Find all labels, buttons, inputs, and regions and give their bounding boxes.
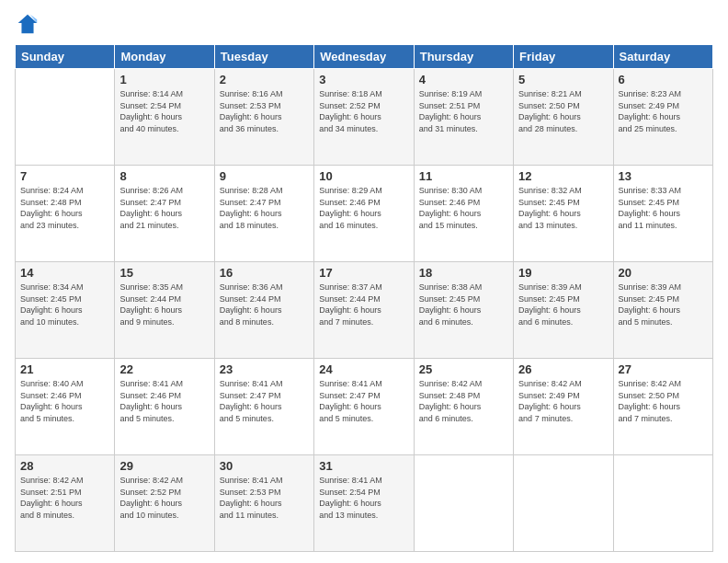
day-number: 24 (319, 362, 408, 376)
day-number: 8 (119, 169, 209, 183)
day-info: Sunrise: 8:41 AM Sunset: 2:54 PM Dayligh… (319, 475, 408, 521)
calendar-cell: 10Sunrise: 8:29 AM Sunset: 2:46 PM Dayli… (314, 166, 414, 262)
calendar-cell: 23Sunrise: 8:41 AM Sunset: 2:47 PM Dayli… (214, 359, 313, 455)
day-number: 19 (518, 266, 608, 280)
logo (15, 11, 44, 37)
day-number: 12 (518, 169, 608, 183)
day-number: 21 (20, 362, 109, 376)
calendar-cell (414, 455, 513, 552)
calendar-cell (16, 69, 115, 166)
day-info: Sunrise: 8:36 AM Sunset: 2:44 PM Dayligh… (220, 282, 309, 327)
day-info: Sunrise: 8:19 AM Sunset: 2:51 PM Dayligh… (419, 88, 508, 134)
day-number: 2 (220, 73, 309, 86)
calendar-cell: 8Sunrise: 8:26 AM Sunset: 2:47 PM Daylig… (115, 166, 214, 262)
calendar-cell: 22Sunrise: 8:41 AM Sunset: 2:46 PM Dayli… (115, 359, 214, 455)
day-info: Sunrise: 8:26 AM Sunset: 2:47 PM Dayligh… (119, 185, 209, 231)
weekday-header: Tuesday (214, 45, 313, 69)
day-info: Sunrise: 8:41 AM Sunset: 2:46 PM Dayligh… (119, 378, 209, 424)
calendar-header: SundayMondayTuesdayWednesdayThursdayFrid… (16, 45, 713, 69)
day-info: Sunrise: 8:29 AM Sunset: 2:46 PM Dayligh… (319, 185, 408, 231)
calendar-body: 1Sunrise: 8:14 AM Sunset: 2:54 PM Daylig… (16, 69, 713, 552)
day-number: 10 (319, 169, 408, 183)
day-number: 11 (419, 169, 508, 183)
calendar-cell: 12Sunrise: 8:32 AM Sunset: 2:45 PM Dayli… (514, 166, 613, 262)
day-info: Sunrise: 8:21 AM Sunset: 2:50 PM Dayligh… (518, 88, 608, 134)
calendar-cell: 15Sunrise: 8:35 AM Sunset: 2:44 PM Dayli… (115, 262, 214, 359)
calendar-cell: 3Sunrise: 8:18 AM Sunset: 2:52 PM Daylig… (314, 69, 414, 166)
day-number: 30 (220, 459, 309, 473)
calendar-cell: 16Sunrise: 8:36 AM Sunset: 2:44 PM Dayli… (214, 262, 313, 359)
calendar-cell: 4Sunrise: 8:19 AM Sunset: 2:51 PM Daylig… (414, 69, 513, 166)
calendar-cell: 30Sunrise: 8:41 AM Sunset: 2:53 PM Dayli… (214, 455, 313, 552)
day-number: 28 (20, 459, 109, 473)
calendar-cell: 11Sunrise: 8:30 AM Sunset: 2:46 PM Dayli… (414, 166, 513, 262)
day-number: 15 (119, 266, 209, 280)
calendar-cell: 14Sunrise: 8:34 AM Sunset: 2:45 PM Dayli… (16, 262, 115, 359)
day-info: Sunrise: 8:32 AM Sunset: 2:45 PM Dayligh… (518, 185, 608, 231)
day-number: 9 (220, 169, 309, 183)
weekday-header: Friday (514, 45, 613, 69)
logo-icon (15, 11, 40, 37)
day-info: Sunrise: 8:24 AM Sunset: 2:48 PM Dayligh… (20, 185, 109, 231)
day-info: Sunrise: 8:41 AM Sunset: 2:47 PM Dayligh… (220, 378, 309, 424)
calendar-table: SundayMondayTuesdayWednesdayThursdayFrid… (15, 44, 713, 552)
day-info: Sunrise: 8:34 AM Sunset: 2:45 PM Dayligh… (20, 282, 109, 327)
day-number: 20 (619, 266, 708, 280)
calendar-cell: 6Sunrise: 8:23 AM Sunset: 2:49 PM Daylig… (613, 69, 712, 166)
day-number: 23 (220, 362, 309, 376)
day-number: 22 (119, 362, 209, 376)
calendar-cell: 27Sunrise: 8:42 AM Sunset: 2:50 PM Dayli… (613, 359, 712, 455)
calendar-week-row: 7Sunrise: 8:24 AM Sunset: 2:48 PM Daylig… (16, 166, 713, 262)
day-number: 3 (319, 73, 408, 86)
calendar-cell (514, 455, 613, 552)
day-info: Sunrise: 8:23 AM Sunset: 2:49 PM Dayligh… (619, 88, 708, 134)
weekday-header: Wednesday (314, 45, 414, 69)
day-info: Sunrise: 8:16 AM Sunset: 2:53 PM Dayligh… (220, 88, 309, 134)
calendar-week-row: 14Sunrise: 8:34 AM Sunset: 2:45 PM Dayli… (16, 262, 713, 359)
day-info: Sunrise: 8:38 AM Sunset: 2:45 PM Dayligh… (419, 282, 508, 327)
day-number: 17 (319, 266, 408, 280)
calendar-week-row: 28Sunrise: 8:42 AM Sunset: 2:51 PM Dayli… (16, 455, 713, 552)
calendar-cell: 24Sunrise: 8:41 AM Sunset: 2:47 PM Dayli… (314, 359, 414, 455)
calendar-cell: 28Sunrise: 8:42 AM Sunset: 2:51 PM Dayli… (16, 455, 115, 552)
day-info: Sunrise: 8:39 AM Sunset: 2:45 PM Dayligh… (518, 282, 608, 327)
day-number: 1 (119, 73, 209, 86)
day-info: Sunrise: 8:28 AM Sunset: 2:47 PM Dayligh… (220, 185, 309, 231)
calendar-cell: 25Sunrise: 8:42 AM Sunset: 2:48 PM Dayli… (414, 359, 513, 455)
calendar-week-row: 21Sunrise: 8:40 AM Sunset: 2:46 PM Dayli… (16, 359, 713, 455)
calendar-page: SundayMondayTuesdayWednesdayThursdayFrid… (0, 0, 728, 563)
day-info: Sunrise: 8:41 AM Sunset: 2:53 PM Dayligh… (220, 475, 309, 521)
day-number: 5 (518, 73, 608, 86)
day-info: Sunrise: 8:33 AM Sunset: 2:45 PM Dayligh… (619, 185, 708, 231)
calendar-week-row: 1Sunrise: 8:14 AM Sunset: 2:54 PM Daylig… (16, 69, 713, 166)
calendar-cell: 31Sunrise: 8:41 AM Sunset: 2:54 PM Dayli… (314, 455, 414, 552)
day-info: Sunrise: 8:18 AM Sunset: 2:52 PM Dayligh… (319, 88, 408, 134)
calendar-cell: 21Sunrise: 8:40 AM Sunset: 2:46 PM Dayli… (16, 359, 115, 455)
calendar-cell: 29Sunrise: 8:42 AM Sunset: 2:52 PM Dayli… (115, 455, 214, 552)
day-info: Sunrise: 8:30 AM Sunset: 2:46 PM Dayligh… (419, 185, 508, 231)
calendar-cell: 19Sunrise: 8:39 AM Sunset: 2:45 PM Dayli… (514, 262, 613, 359)
calendar-cell: 17Sunrise: 8:37 AM Sunset: 2:44 PM Dayli… (314, 262, 414, 359)
weekday-header: Monday (115, 45, 214, 69)
day-number: 31 (319, 459, 408, 473)
day-number: 25 (419, 362, 508, 376)
day-info: Sunrise: 8:42 AM Sunset: 2:52 PM Dayligh… (119, 475, 209, 521)
day-number: 7 (20, 169, 109, 183)
weekday-header: Thursday (414, 45, 513, 69)
day-info: Sunrise: 8:39 AM Sunset: 2:45 PM Dayligh… (619, 282, 708, 327)
weekday-header: Saturday (613, 45, 712, 69)
day-info: Sunrise: 8:42 AM Sunset: 2:49 PM Dayligh… (518, 378, 608, 424)
day-info: Sunrise: 8:42 AM Sunset: 2:50 PM Dayligh… (619, 378, 708, 424)
day-number: 26 (518, 362, 608, 376)
calendar-cell: 26Sunrise: 8:42 AM Sunset: 2:49 PM Dayli… (514, 359, 613, 455)
weekday-header: Sunday (16, 45, 115, 69)
calendar-cell: 20Sunrise: 8:39 AM Sunset: 2:45 PM Dayli… (613, 262, 712, 359)
day-info: Sunrise: 8:42 AM Sunset: 2:51 PM Dayligh… (20, 475, 109, 521)
calendar-cell: 1Sunrise: 8:14 AM Sunset: 2:54 PM Daylig… (115, 69, 214, 166)
calendar-cell: 7Sunrise: 8:24 AM Sunset: 2:48 PM Daylig… (16, 166, 115, 262)
calendar-cell: 5Sunrise: 8:21 AM Sunset: 2:50 PM Daylig… (514, 69, 613, 166)
day-info: Sunrise: 8:37 AM Sunset: 2:44 PM Dayligh… (319, 282, 408, 327)
day-info: Sunrise: 8:40 AM Sunset: 2:46 PM Dayligh… (20, 378, 109, 424)
day-info: Sunrise: 8:14 AM Sunset: 2:54 PM Dayligh… (119, 88, 209, 134)
day-number: 29 (119, 459, 209, 473)
